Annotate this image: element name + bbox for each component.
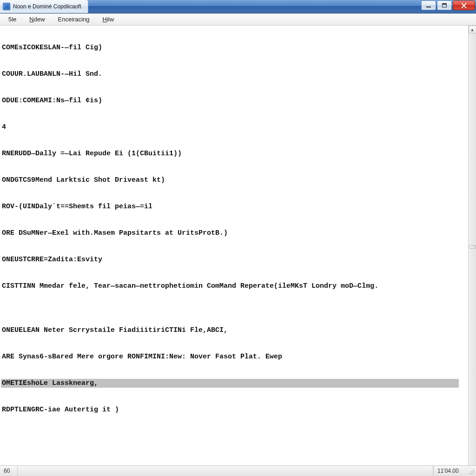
editor-line: COMEsICOKESLAN-—fil Cig) — [1, 43, 468, 52]
statusbar-spacer — [18, 466, 433, 476]
vertical-scrollbar[interactable]: ▲ — [468, 26, 476, 465]
editor-line: ROV-(UINDaly`t==Shemts fil peias—=il — [1, 202, 468, 211]
window-titlebar: Noon e Dominé Copdiicaoft — [0, 0, 476, 13]
menu-view[interactable]: Ndew — [23, 14, 51, 24]
editor-line: ORE DSuMNer—Exel with.Masem Papsitarts a… — [1, 229, 468, 238]
maximize-icon — [442, 3, 447, 7]
statusbar-position: 11'04.00 — [433, 466, 466, 476]
editor-line: ODUE:COMEAMI:Ns—fil ¢is) — [1, 96, 468, 105]
menu-hilw-underline: H — [103, 16, 107, 23]
minimize-button[interactable] — [421, 0, 436, 10]
svg-rect-2 — [473, 471, 474, 472]
menu-file[interactable]: 5le — [2, 14, 23, 24]
window-title: Noon e Dominé Copdiicaoft — [13, 3, 81, 10]
scroll-up-button[interactable]: ▲ — [469, 26, 476, 33]
scrollbar-thumb[interactable] — [469, 245, 476, 249]
close-icon — [461, 3, 467, 8]
svg-rect-4 — [471, 471, 472, 472]
window-controls — [420, 0, 476, 13]
editor-line: ONDGTCS9Mend Larktsic Shot Driveast kt) — [1, 176, 468, 185]
menu-view-rest: dew — [34, 16, 45, 23]
close-button[interactable] — [453, 0, 475, 10]
editor-line: ARE Synas6-sBared Mere orgore RONFIMINI:… — [1, 352, 468, 361]
editor-line-selected: OMETIEshoLe Lassknearg, — [1, 379, 459, 388]
editor-line: ONEUSTCRRE=Zadita:Esvity — [1, 255, 468, 264]
menu-hilw-rest: ilw — [107, 16, 114, 23]
titlebar-left: Noon e Dominé Copdiicaoft — [0, 0, 88, 13]
workspace: COMEsICOKESLAN-—fil Cig) COUUR.LAUBANLN-… — [0, 26, 476, 465]
resize-grip-icon — [469, 469, 475, 475]
menu-encoding[interactable]: Enceiracing — [52, 14, 96, 24]
svg-rect-5 — [473, 469, 474, 470]
menu-bar: 5le Ndew Enceiracing Hilw — [0, 13, 476, 26]
editor-line: CISTTINN Mmedar fele, Tear—sacan—nettrop… — [1, 282, 468, 291]
menu-view-underline: N — [29, 16, 33, 23]
editor-line: RNERUDD—Dally =—Lai Repude Ei (1(CBuitii… — [1, 149, 468, 158]
svg-rect-1 — [471, 473, 472, 474]
editor-line: RDPTLENGRC-iae Autertig it ) — [1, 405, 468, 414]
editor-line: 4 — [1, 123, 468, 132]
app-icon — [3, 3, 10, 10]
text-editor[interactable]: COMEsICOKESLAN-—fil Cig) COUUR.LAUBANLN-… — [0, 26, 468, 465]
svg-rect-0 — [473, 473, 474, 474]
chevron-up-icon: ▲ — [470, 27, 475, 32]
maximize-button[interactable] — [437, 0, 452, 10]
editor-line: ONEUELEAN Neter Scrrystaile FiadiiitiriC… — [1, 326, 468, 335]
statusbar-line-number: 60 — [0, 466, 18, 476]
minimize-icon — [426, 7, 431, 7]
editor-line: COUUR.LAUBANLN-—Hil Snd. — [1, 70, 468, 79]
status-bar: 60 11'04.00 — [0, 465, 476, 476]
svg-rect-3 — [469, 473, 470, 474]
menu-hilw[interactable]: Hilw — [96, 14, 121, 24]
resize-grip[interactable] — [466, 466, 476, 476]
